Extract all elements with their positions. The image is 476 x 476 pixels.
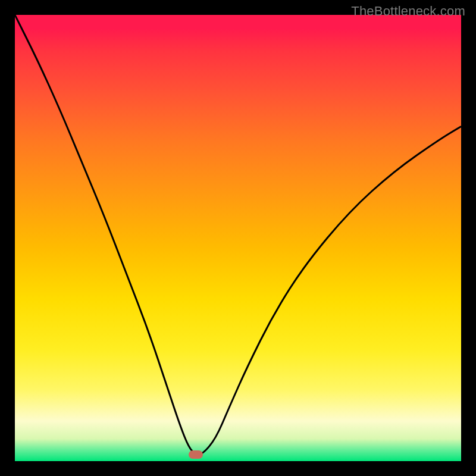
chart-curve-svg bbox=[15, 15, 461, 461]
optimal-point-marker bbox=[189, 450, 203, 459]
bottleneck-curve-path bbox=[15, 15, 461, 455]
chart-plot-area bbox=[15, 15, 461, 461]
watermark-text: TheBottleneck.com bbox=[351, 4, 465, 19]
